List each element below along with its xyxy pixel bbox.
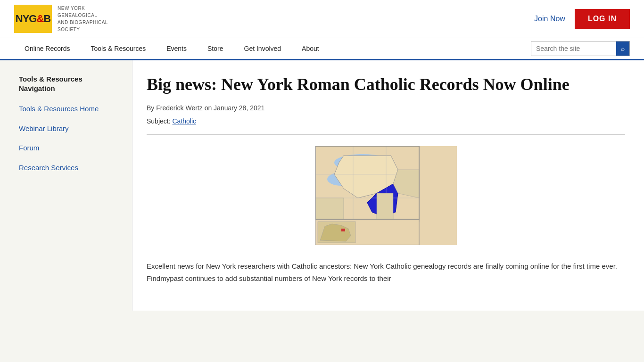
article-title: Big news: New York Roman Catholic Record… bbox=[147, 74, 625, 95]
map-svg bbox=[315, 146, 457, 245]
sidebar-nav-title: Tools & Resources Navigation bbox=[19, 74, 118, 93]
nav-link-get-involved[interactable]: Get Involved bbox=[234, 38, 292, 59]
article-meta: By Frederick Wertz on January 28, 2021 bbox=[147, 104, 625, 112]
nav-item-get-involved[interactable]: Get Involved bbox=[234, 38, 292, 59]
search-area: ⌕ bbox=[531, 41, 630, 56]
sidebar-link-webinar[interactable]: Webinar Library bbox=[19, 124, 118, 133]
main-content: Big news: New York Roman Catholic Record… bbox=[132, 60, 644, 311]
header-right: Join Now LOG IN bbox=[534, 9, 630, 29]
org-name: NEW YORK GENEALOGICAL AND BIOGRAPHICAL S… bbox=[58, 5, 108, 33]
article-image bbox=[147, 146, 625, 247]
article-body: Excellent news for New York researchers … bbox=[147, 260, 625, 284]
nav-item-store[interactable]: Store bbox=[197, 38, 233, 59]
subject-link[interactable]: Catholic bbox=[172, 117, 196, 125]
sidebar-link-forum[interactable]: Forum bbox=[19, 143, 118, 153]
nav-link-about[interactable]: About bbox=[291, 38, 330, 59]
search-input[interactable] bbox=[531, 42, 616, 55]
sidebar-link-tools-home[interactable]: Tools & Resources Home bbox=[19, 104, 118, 114]
svg-rect-16 bbox=[341, 229, 345, 231]
nav-links-list: Online Records Tools & Resources Events … bbox=[14, 38, 330, 59]
login-button[interactable]: LOG IN bbox=[575, 9, 630, 29]
search-button[interactable]: ⌕ bbox=[616, 41, 629, 56]
page-layout: Tools & Resources Navigation Tools & Res… bbox=[0, 60, 644, 311]
article-subject: Subject: Catholic bbox=[147, 117, 625, 125]
nav-item-online-records[interactable]: Online Records bbox=[14, 38, 81, 59]
logo: NYG&B bbox=[14, 5, 52, 33]
nav-link-store[interactable]: Store bbox=[197, 38, 233, 59]
nav-item-tools[interactable]: Tools & Resources bbox=[81, 38, 157, 59]
logo-area: NYG&B NEW YORK GENEALOGICAL AND BIOGRAPH… bbox=[14, 5, 108, 33]
logo-ampersand: & bbox=[36, 13, 43, 25]
nav-link-tools[interactable]: Tools & Resources bbox=[81, 38, 157, 59]
join-now-link[interactable]: Join Now bbox=[534, 15, 565, 23]
nav-item-about[interactable]: About bbox=[291, 38, 330, 59]
svg-marker-12 bbox=[377, 193, 393, 222]
site-header: NYG&B NEW YORK GENEALOGICAL AND BIOGRAPH… bbox=[0, 0, 644, 38]
main-nav: Online Records Tools & Resources Events … bbox=[0, 38, 644, 60]
nav-link-online-records[interactable]: Online Records bbox=[14, 38, 81, 59]
article-paragraph-1: Excellent news for New York researchers … bbox=[147, 260, 625, 284]
logo-text: NYG&B bbox=[16, 13, 50, 25]
nav-item-events[interactable]: Events bbox=[156, 38, 197, 59]
sidebar: Tools & Resources Navigation Tools & Res… bbox=[0, 60, 132, 311]
sidebar-link-research[interactable]: Research Services bbox=[19, 163, 118, 173]
subject-label: Subject: bbox=[147, 117, 171, 125]
nav-link-events[interactable]: Events bbox=[156, 38, 197, 59]
article-divider bbox=[147, 134, 625, 135]
svg-marker-11 bbox=[315, 198, 344, 222]
